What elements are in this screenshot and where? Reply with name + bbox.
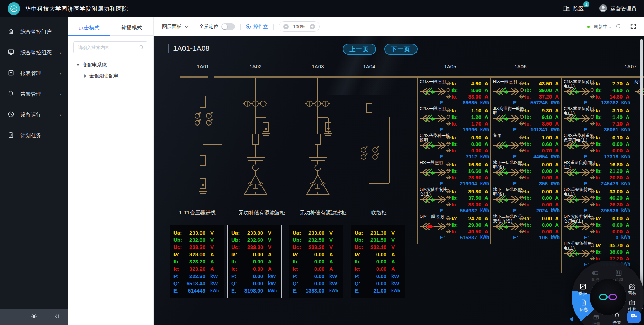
phase-ib-reading: Ib:16.60A — [451, 168, 488, 174]
meter-row-Uc: Uc:233.30V — [173, 244, 221, 251]
bus-label-1A06: 1A06 — [514, 64, 526, 69]
cabinet-label: 联络柜 — [346, 210, 412, 216]
sidebar-menu: 综合监控门户综合监控组态›报表管理›告警管理›设备运行›计划任务 — [0, 17, 68, 309]
feeder-label: G区安防控制中心(生) — [420, 187, 451, 196]
radial-item-1[interactable]: 遥控 — [586, 269, 605, 283]
feeder-row: G区一般照明Ia:24.70AIb:29.80AIc:40.50AE:51583… — [418, 214, 490, 241]
radial-item-7[interactable]: 批量 — [587, 314, 606, 325]
canvas-scrollbar[interactable] — [640, 39, 643, 309]
meter-row-E: E:21.00kWh — [355, 287, 402, 294]
feeder-row: C2区一般照明Ia:1.10AIb:1.20AIc:1.70AE:19996kW… — [418, 106, 490, 133]
hospital-logo-icon — [8, 2, 20, 15]
feeder-row: G区安防控制中心(生)Ia:39.80AIb:37.50AIc:33.00AE:… — [418, 187, 490, 214]
toolbar-divider — [626, 24, 626, 30]
phase-ia-reading: Ia:24.70A — [451, 215, 488, 222]
sidebar-item-3[interactable]: 报表管理› — [0, 63, 68, 84]
caret-right-icon — [84, 74, 87, 78]
meter-row-P: P:0.00kW — [293, 272, 340, 279]
canvas-toolbar: 图层面板 全景定位 操作盘 − 100% + — [154, 17, 644, 36]
task-icon — [8, 132, 14, 139]
campus-badge: 1 — [583, 1, 589, 7]
feeder-row: 地下一层北区照明(备)Ia:0.00AIb:0.00AIc:0.00AE:356… — [492, 160, 561, 187]
panorama-toggle[interactable] — [221, 23, 235, 30]
radial-item-8[interactable]: 告警 — [608, 312, 626, 325]
meter-row-Ib: Ib:0.00A — [231, 258, 278, 265]
refresh-icon[interactable] — [615, 23, 621, 30]
title-accent-bar — [168, 44, 169, 53]
prev-page-button[interactable]: 上一页 — [343, 44, 376, 55]
radial-item-5[interactable]: 信息 — [574, 299, 593, 313]
layer-panel-dropdown[interactable]: 图层面板 — [162, 24, 188, 30]
tab-carousel-mode[interactable]: 轮播模式 — [110, 20, 153, 36]
search-input[interactable] — [73, 41, 147, 53]
energy-reading: E:557246kWh — [513, 99, 560, 105]
phase-ib-reading: Ib:8.60A — [451, 87, 488, 93]
meter-row-Ic: Ic:0.00A — [231, 265, 278, 272]
sidebar-item-6[interactable]: 计划任务 — [0, 125, 68, 146]
meter-row-Ib: Ib:323.20A — [173, 258, 221, 265]
monitor-icon — [8, 49, 14, 56]
tree-panel: 点击模式 轮播模式 变配电系统 金银湖变配电 — [68, 17, 154, 325]
sidebar-item-4[interactable]: 告警管理› — [0, 84, 68, 104]
zoom-out-button[interactable]: − — [283, 24, 289, 29]
meter-row-Q: Q:0.00kW — [293, 280, 340, 287]
tab-click-mode[interactable]: 点击模式 — [68, 20, 110, 36]
header-right: 院区 1 运营管理员 — [563, 4, 636, 13]
radial-item-label: 信息 — [574, 307, 593, 313]
sidebar-item-5[interactable]: 设备运行› — [0, 104, 68, 125]
energy-reading: E:395936kWh — [584, 207, 630, 213]
meter-row-Ub: Ub:232.60V — [231, 236, 278, 243]
feeder-label: C1区重要负荷用电(主) — [564, 80, 596, 89]
feeder-label: F区重要负荷用电(主) — [564, 160, 596, 169]
meter-row-Q: Q:0.00kW — [355, 280, 402, 287]
meter-row-Ua: Ua:233.00V — [173, 229, 221, 236]
caret-down-icon — [76, 64, 80, 66]
meter-row-Ib: Ib:0.00A — [355, 258, 402, 265]
meter-row-Ib: Ib:0.00A — [293, 258, 340, 265]
sidebar-item-label: 告警管理 — [20, 91, 41, 98]
phase-ia-reading: Ia:9.30A — [525, 107, 559, 114]
radial-item-icon — [574, 299, 593, 306]
cabinet-label: 无功补偿有源滤波柜 — [229, 210, 295, 216]
search-box — [73, 41, 147, 53]
next-page-button[interactable]: 下一页 — [384, 44, 418, 55]
diagram-title: 1A01-1A08 — [168, 44, 209, 53]
meter-row-E: E:3198.00kWh — [231, 287, 278, 294]
tree-node-jinyinhu[interactable]: 金银湖变配电 — [68, 71, 153, 82]
operation-disc-radio[interactable]: 操作盘 — [246, 24, 268, 30]
theme-toggle-button[interactable] — [23, 309, 45, 325]
meter-row-Ub: Ub:232.60V — [173, 236, 221, 243]
feeder-column-1A07: C1区重要负荷用电(主)Ia:7.70AIb:4.60AIc:14.80AE:1… — [561, 77, 632, 273]
bus-label-1A04: 1A04 — [363, 64, 375, 69]
energy-reading: E:554932kWh — [440, 207, 489, 213]
one-line-diagram — [154, 36, 404, 202]
zoom-in-button[interactable]: + — [310, 24, 315, 29]
meter-box-2: Ua:233.00VUb:232.60VUc:233.30VIa:0.00AIb… — [227, 225, 282, 298]
sun-icon — [31, 313, 37, 321]
chat-button[interactable] — [627, 311, 641, 323]
radial-item-4[interactable]: 置数 — [623, 283, 642, 297]
scada-canvas: 1A01-1A08 上一页 下一页 1A011A021A031A041A051A… — [154, 36, 644, 325]
feeder-label: C1区一般照明 — [420, 80, 451, 84]
campus-button[interactable]: 院区 1 — [563, 4, 584, 13]
sidebar-item-1[interactable]: 综合监控门户 — [0, 21, 68, 42]
sidebar-item-2[interactable]: 综合监控组态› — [0, 42, 68, 63]
feeder-row: 地下二层北区照明(备)Ia:0.00AIb:0.00AIc:0.00AE:202… — [492, 187, 561, 214]
bus-label-1A03: 1A03 — [312, 64, 324, 69]
feeder-row: C2区重要负荷用电(主)Ia:3.10AIb:1.40AIc:7.10AE:36… — [562, 106, 632, 133]
collapse-sidebar-button[interactable] — [45, 309, 68, 325]
user-menu[interactable]: 运营管理员 — [599, 4, 636, 13]
bell-icon — [8, 90, 14, 98]
radial-item-2[interactable]: 遥调 — [609, 269, 628, 283]
phase-ib-reading: Ib:1.20A — [451, 114, 488, 120]
tree-node-power-system[interactable]: 变配电系统 — [68, 59, 153, 71]
phase-ib-reading: Ib:0.00A — [451, 141, 488, 147]
radial-item-3[interactable]: 数据 — [574, 283, 592, 297]
feeder-label: G区一般照明 — [420, 214, 451, 219]
feeder-row: F区重要负荷用电(主)Ia:16.80AIb:21.20AIc:20.80AE:… — [562, 160, 632, 187]
fullscreen-icon[interactable] — [630, 23, 636, 30]
radial-item-icon — [623, 299, 642, 306]
phase-ia-reading: Ia:1.10A — [451, 107, 488, 114]
chevron-right-icon: › — [60, 112, 61, 118]
phase-ia-reading: Ia:7.70A — [596, 80, 629, 87]
